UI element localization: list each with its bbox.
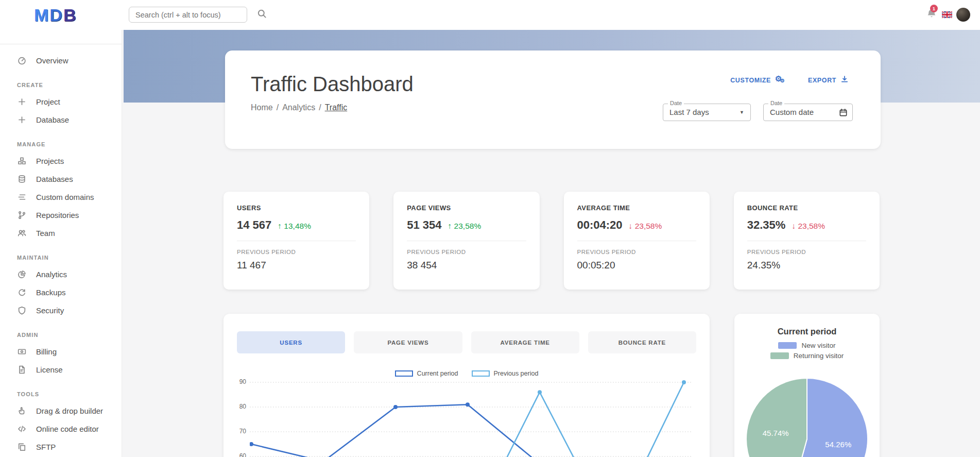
tab-average-time[interactable]: AVERAGE TIME xyxy=(471,331,579,353)
header-card: Traffic Dashboard Home/Analytics/Traffic… xyxy=(225,50,881,149)
stat-value: 51 354 xyxy=(407,218,441,232)
stream-icon xyxy=(17,193,26,202)
sidebar-section-admin: ADMIN xyxy=(17,332,122,338)
stat-card-page-views: PAGE VIEWS 51 354↑ 23,58% PREVIOUS PERIO… xyxy=(393,192,539,290)
sidebar-nav: Overview CREATE Project Database MANAGE … xyxy=(0,44,122,456)
sidebar-item-analytics[interactable]: Analytics xyxy=(0,265,122,283)
traffic-chart-card: USERS PAGE VIEWS AVERAGE TIME BOUNCE RAT… xyxy=(223,314,710,457)
stat-change: ↑ 13,48% xyxy=(278,222,311,231)
code-branch-icon xyxy=(17,211,26,220)
export-button[interactable]: EXPORT xyxy=(808,75,849,85)
gears-icon: ⚙⚙ xyxy=(775,76,785,85)
stat-value: 32.35% xyxy=(747,218,786,232)
tab-page-views[interactable]: PAGE VIEWS xyxy=(354,331,462,353)
breadcrumb-analytics[interactable]: Analytics xyxy=(282,103,315,112)
download-icon xyxy=(840,75,849,85)
sidebar-item-sftp[interactable]: SFTP xyxy=(0,438,122,456)
customize-button[interactable]: CUSTOMIZE ⚙⚙ xyxy=(730,76,785,85)
custom-date-input[interactable]: Date Custom date xyxy=(763,104,853,121)
sidebar-section-manage: MANAGE xyxy=(17,141,122,147)
sidebar-item-databases[interactable]: Databases xyxy=(0,170,122,188)
sidebar-item-overview[interactable]: Overview xyxy=(0,52,122,70)
svg-text:45.74%: 45.74% xyxy=(763,429,789,437)
sidebar-item-backups[interactable]: Backups xyxy=(0,283,122,301)
legend-new-visitor[interactable]: New visitor xyxy=(778,342,835,349)
sidebar-section-tools: TOOLS xyxy=(17,391,122,397)
plus-icon xyxy=(17,97,26,107)
svg-text:54.26%: 54.26% xyxy=(825,440,851,449)
topbar: MDB 1 xyxy=(0,0,980,30)
users-icon xyxy=(17,229,26,238)
search-input[interactable] xyxy=(129,7,247,23)
sidebar: Overview CREATE Project Database MANAGE … xyxy=(0,30,122,457)
tab-users[interactable]: USERS xyxy=(237,331,345,353)
date-filters: Date Last 7 days ▼ Date Custom date xyxy=(663,104,853,121)
legend-swatch xyxy=(770,352,789,359)
arrow-down-icon: ↓ xyxy=(792,222,796,230)
money-bill-icon xyxy=(17,347,26,357)
caret-down-icon: ▼ xyxy=(740,110,744,115)
pie-chart: 54.26%45.74% xyxy=(744,376,870,457)
uk-flag-icon[interactable] xyxy=(942,11,952,18)
stat-change: ↓ 23,58% xyxy=(629,222,662,231)
breadcrumb-home[interactable]: Home xyxy=(251,103,273,112)
sidebar-item-drag-drop-builder[interactable]: Drag & drop builder xyxy=(0,402,122,420)
plus-icon xyxy=(17,115,26,125)
sidebar-item-online-code-editor[interactable]: Online code editor xyxy=(0,420,122,438)
chart-pie-icon xyxy=(17,270,26,279)
legend-returning-visitor[interactable]: Returning visitor xyxy=(770,352,844,360)
file-contract-icon xyxy=(17,365,26,375)
stat-value: 00:04:20 xyxy=(577,218,623,232)
mdb-logo[interactable]: MDB xyxy=(34,4,77,26)
arrow-down-icon: ↓ xyxy=(629,222,633,230)
calendar-icon[interactable] xyxy=(839,108,848,117)
page-title: Traffic Dashboard xyxy=(251,72,414,96)
cubes-icon xyxy=(17,157,26,166)
line-chart: 90807060 xyxy=(223,374,710,457)
tab-bounce-rate[interactable]: BOUNCE RATE xyxy=(588,331,696,353)
sidebar-item-database[interactable]: Database xyxy=(0,111,122,129)
header-actions: CUSTOMIZE ⚙⚙ EXPORT xyxy=(730,75,849,85)
pie-chart-title: Current period xyxy=(734,327,880,336)
sidebar-item-security[interactable]: Security xyxy=(0,301,122,319)
user-avatar[interactable] xyxy=(956,8,970,22)
breadcrumb: Home/Analytics/Traffic xyxy=(251,103,347,112)
pie-chart-card: Current period New visitor Returning vis… xyxy=(734,314,880,457)
legend-swatch xyxy=(778,342,797,349)
breadcrumb-traffic[interactable]: Traffic xyxy=(325,103,348,112)
stat-card-bounce-rate: BOUNCE RATE 32.35%↓ 23,58% PREVIOUS PERI… xyxy=(734,192,880,290)
sidebar-item-projects[interactable]: Projects xyxy=(0,152,122,170)
pie-chart-legend: New visitor Returning visitor xyxy=(734,342,880,360)
stat-value: 14 567 xyxy=(237,218,271,232)
sidebar-item-billing[interactable]: Billing xyxy=(0,343,122,361)
arrow-up-icon: ↑ xyxy=(278,222,282,230)
sidebar-item-license[interactable]: License xyxy=(0,361,122,379)
shield-icon xyxy=(17,306,26,315)
sidebar-item-project[interactable]: Project xyxy=(0,93,122,111)
arrow-up-icon: ↑ xyxy=(448,222,452,230)
code-icon xyxy=(17,425,26,434)
sidebar-item-repositories[interactable]: Repositories xyxy=(0,206,122,224)
hand-pointer-icon xyxy=(17,407,26,416)
sidebar-section-create: CREATE xyxy=(17,82,122,88)
chart-tabs: USERS PAGE VIEWS AVERAGE TIME BOUNCE RAT… xyxy=(223,314,710,353)
sidebar-item-team[interactable]: Team xyxy=(0,224,122,242)
copy-icon xyxy=(17,443,26,452)
stat-card-average-time: AVERAGE TIME 00:04:20↓ 23,58% PREVIOUS P… xyxy=(564,192,710,290)
search-icon[interactable] xyxy=(254,7,269,22)
date-range-select[interactable]: Date Last 7 days ▼ xyxy=(663,104,751,121)
stat-change: ↑ 23,58% xyxy=(448,222,482,231)
stat-card-users: USERS 14 567↑ 13,48% PREVIOUS PERIOD 11 … xyxy=(223,192,369,290)
gauge-icon xyxy=(17,56,26,65)
database-icon xyxy=(17,175,26,184)
sync-icon xyxy=(17,288,26,297)
stats-row: USERS 14 567↑ 13,48% PREVIOUS PERIOD 11 … xyxy=(223,192,880,290)
sidebar-item-custom-domains[interactable]: Custom domains xyxy=(0,188,122,206)
sidebar-section-maintain: MAINTAIN xyxy=(17,255,122,261)
stat-change: ↓ 23,58% xyxy=(792,222,825,231)
notification-badge: 1 xyxy=(930,5,938,12)
